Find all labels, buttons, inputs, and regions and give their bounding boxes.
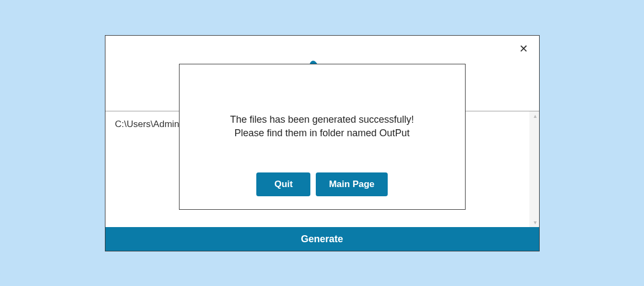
modal-message-line2: Please find them in folder named OutPut (230, 127, 414, 140)
scrollbar-track[interactable]: ▴ ▾ (529, 111, 539, 227)
app-window: ✕ X C:\Users\Adminis ▴ ▾ Generate The fi… (105, 35, 540, 251)
modal-message: The files has been generated successfull… (230, 113, 414, 140)
quit-button[interactable]: Quit (256, 172, 310, 196)
close-button[interactable]: ✕ (517, 42, 530, 55)
generate-button[interactable]: Generate (105, 227, 539, 251)
scroll-up-arrow-icon[interactable]: ▴ (534, 112, 537, 119)
generate-button-label: Generate (301, 234, 343, 245)
modal-message-line1: The files has been generated successfull… (230, 113, 414, 127)
close-icon: ✕ (519, 42, 528, 55)
success-modal: The files has been generated successfull… (179, 64, 466, 210)
main-page-button[interactable]: Main Page (316, 172, 387, 196)
modal-button-row: Quit Main Page (256, 172, 387, 196)
file-path-text: C:\Users\Adminis (115, 119, 186, 130)
outer-background: ✕ X C:\Users\Adminis ▴ ▾ Generate The fi… (0, 0, 644, 286)
scroll-down-arrow-icon[interactable]: ▾ (534, 219, 537, 226)
